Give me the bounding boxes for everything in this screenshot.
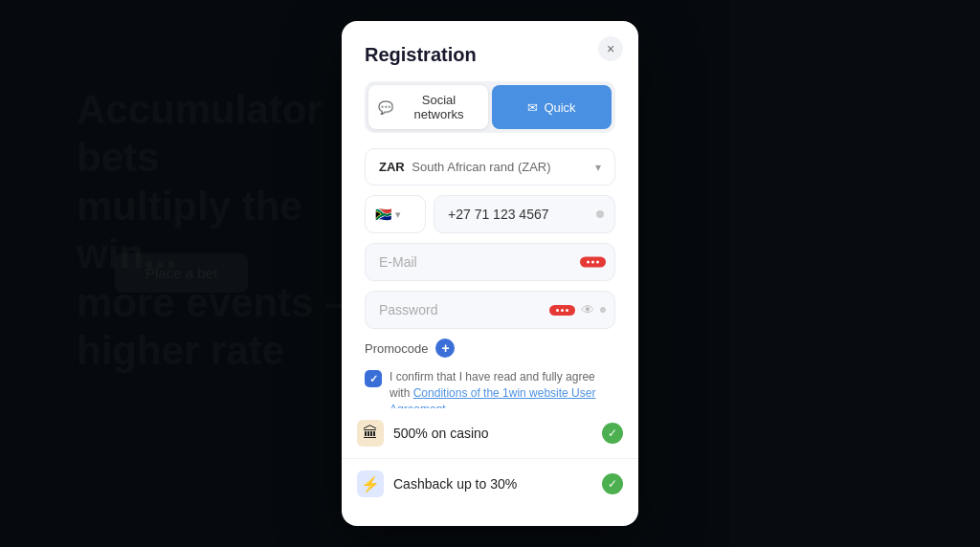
- bonus-cards: 🏛 500% on casino ✓ ⚡ Cashback up to 30% …: [342, 408, 638, 509]
- email-icon: ✉: [527, 100, 538, 115]
- phone-row: 🇿🇦 ▾: [365, 195, 615, 233]
- promocode-add-button[interactable]: +: [435, 339, 455, 358]
- agree-checkbox[interactable]: [365, 370, 382, 387]
- currency-selector[interactable]: ZAR South African rand (ZAR) ▾: [365, 148, 615, 186]
- password-dots-icon: [549, 305, 575, 316]
- casino-icon: 🏛: [357, 420, 384, 447]
- password-icons: 👁: [549, 302, 606, 317]
- bonus-cashback-card: ⚡ Cashback up to 30% ✓: [342, 458, 638, 509]
- promocode-label: Promocode: [365, 341, 428, 356]
- promocode-row: Promocode +: [365, 339, 615, 358]
- bonus-casino-card: 🏛 500% on casino ✓: [342, 408, 638, 458]
- social-icon: 💬: [378, 100, 393, 115]
- modal-title: Registration: [365, 44, 615, 66]
- email-input-group: [365, 243, 615, 281]
- close-button[interactable]: ×: [598, 36, 623, 61]
- password-input-group: 👁: [365, 291, 615, 329]
- phone-input[interactable]: [434, 195, 615, 233]
- cashback-check-icon: ✓: [602, 473, 623, 494]
- tab-quick[interactable]: ✉ Quick: [492, 85, 612, 129]
- flag-icon: 🇿🇦: [375, 207, 391, 222]
- tab-bar: 💬 Social networks ✉ Quick: [365, 81, 615, 133]
- country-code-selector[interactable]: 🇿🇦 ▾: [365, 195, 426, 233]
- modal-overlay: Registration × 💬 Social networks ✉ Quick…: [0, 0, 980, 547]
- casino-check-icon: ✓: [602, 423, 623, 444]
- chevron-down-icon: ▾: [595, 161, 601, 174]
- casino-bonus-label: 500% on casino: [393, 426, 489, 441]
- chevron-flag-icon: ▾: [395, 208, 401, 221]
- cashback-icon: ⚡: [357, 470, 384, 497]
- tab-social-networks[interactable]: 💬 Social networks: [368, 85, 488, 129]
- password-dot-icon: [600, 307, 606, 313]
- cashback-bonus-label: Cashback up to 30%: [393, 476, 517, 492]
- email-dots-icon: [580, 257, 606, 268]
- phone-input-wrapper: [434, 195, 615, 233]
- email-input[interactable]: [365, 243, 615, 281]
- close-icon: ×: [607, 41, 614, 56]
- eye-icon[interactable]: 👁: [581, 302, 594, 317]
- phone-dot-icon: [596, 210, 604, 218]
